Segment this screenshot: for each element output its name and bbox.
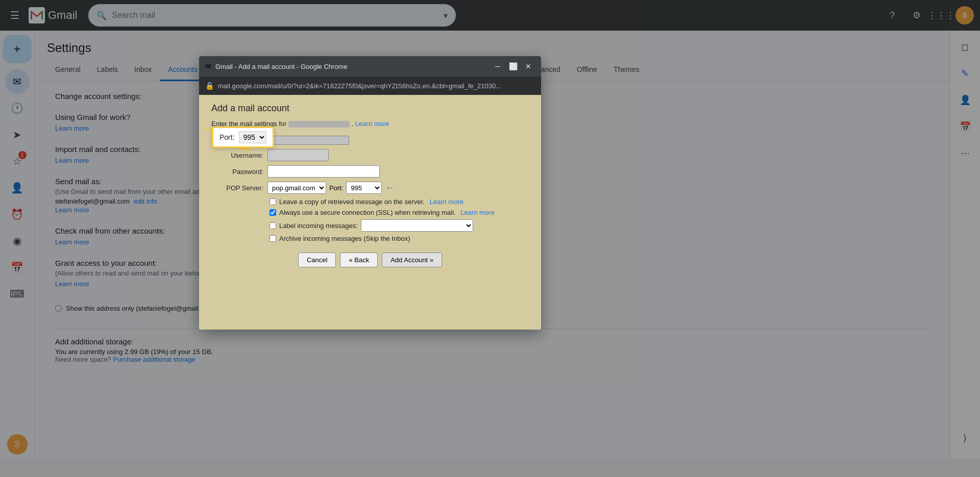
password-row: Password: (211, 165, 529, 178)
form-buttons: Cancel « Back Add Account » (211, 253, 529, 267)
port-select[interactable]: 995 110 (346, 182, 382, 194)
port-callout: Port: 995 110 (212, 127, 274, 148)
add-mail-form-title: Add a mail account (211, 103, 529, 114)
dialog-window-controls: ─ ⬜ ✕ (491, 60, 535, 73)
dialog-address-bar: 🔒 mail.google.com/mail/u/0/?ui=2&ik=7182… (199, 77, 541, 95)
username-label: Username: (211, 152, 267, 159)
password-label: Password: (211, 168, 267, 175)
username-row: Username: (211, 149, 529, 161)
add-mail-account-dialog: ✉ Gmail - Add a mail account - Google Ch… (199, 56, 541, 330)
archive-incoming-row: Archive incoming messages (Skip the Inbo… (211, 235, 529, 242)
pop-server-row: POP Server: pop.gmail.com Port: 995 110 … (211, 182, 529, 194)
port-callout-select[interactable]: 995 110 (239, 131, 266, 143)
password-input[interactable] (267, 165, 380, 178)
back-button[interactable]: « Back (340, 253, 378, 267)
email-value-blurred (267, 136, 349, 145)
label-incoming-label: Label incoming messages: (279, 222, 358, 230)
secure-ssl-learn-more[interactable]: Learn more (460, 209, 494, 216)
label-incoming-checkbox[interactable] (270, 222, 276, 229)
pop-server-select[interactable]: pop.gmail.com (267, 182, 326, 194)
dialog-titlebar: ✉ Gmail - Add a mail account - Google Ch… (199, 56, 541, 77)
archive-incoming-label: Archive incoming messages (Skip the Inbo… (279, 235, 410, 242)
leave-copy-label: Leave a copy of retrieved message on the… (279, 198, 425, 206)
port-label: Port: (329, 184, 343, 192)
pop-server-inputs: pop.gmail.com Port: 995 110 ← (267, 182, 394, 194)
username-input[interactable] (267, 149, 329, 161)
blurred-email (288, 121, 350, 128)
secure-ssl-label: Always use a secure connection (SSL) whe… (279, 209, 455, 216)
arrow-indicator: ← (385, 183, 394, 193)
form-intro-learn-more[interactable]: Learn more (355, 120, 389, 128)
pop-server-label: POP Server: (211, 184, 267, 192)
secure-ssl-row: Always use a secure connection (SSL) whe… (211, 209, 529, 216)
port-callout-label: Port: (219, 133, 235, 141)
label-incoming-row: Label incoming messages: (211, 219, 529, 232)
dialog-favicon-icon: ✉ (205, 62, 211, 70)
lock-icon: 🔒 (205, 82, 214, 90)
leave-copy-row: Leave a copy of retrieved message on the… (211, 198, 529, 206)
dialog-maximize-button[interactable]: ⬜ (506, 60, 520, 73)
dialog-url-text: mail.google.com/mail/u/0/?ui=2&ik=718222… (218, 82, 535, 90)
dialog-minimize-button[interactable]: ─ (491, 60, 504, 73)
cancel-button[interactable]: Cancel (298, 253, 336, 267)
archive-incoming-checkbox[interactable] (270, 235, 276, 242)
label-incoming-select[interactable] (361, 219, 473, 232)
dialog-title-text: Gmail - Add a mail account - Google Chro… (215, 63, 487, 70)
add-account-button[interactable]: Add Account » (382, 253, 442, 267)
dialog-close-button[interactable]: ✕ (522, 60, 535, 73)
leave-copy-checkbox[interactable] (270, 198, 276, 205)
secure-ssl-checkbox[interactable] (270, 209, 276, 216)
leave-copy-learn-more[interactable]: Learn more (430, 198, 463, 206)
